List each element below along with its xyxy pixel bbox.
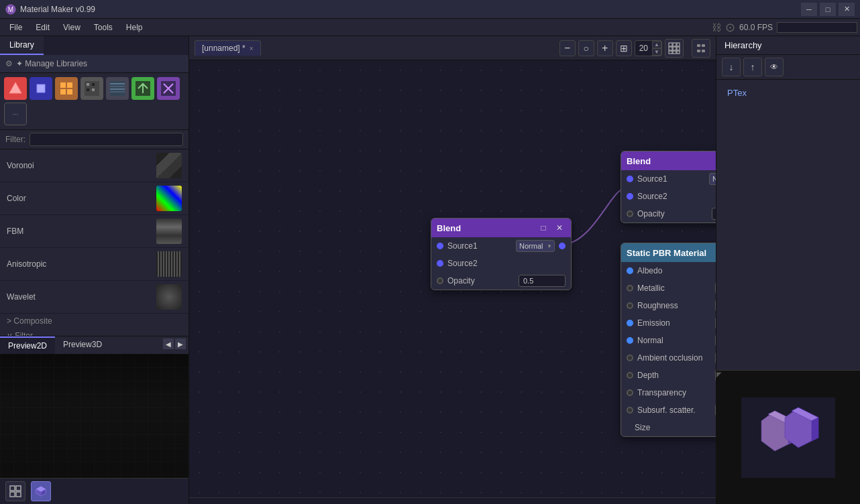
canvas-tab-name: [unnamed] * bbox=[202, 44, 246, 53]
svg-rect-28 bbox=[669, 43, 672, 46]
blend-node-1-source1-port-in[interactable] bbox=[437, 243, 443, 249]
pbr-ao-port[interactable] bbox=[627, 355, 633, 361]
blend-node-2-opacity-port[interactable] bbox=[627, 210, 633, 217]
canvas-tab-close-btn[interactable]: × bbox=[250, 45, 254, 52]
pbr-depth-input[interactable] bbox=[715, 369, 716, 381]
pbr-normal-input[interactable] bbox=[715, 334, 716, 346]
canvas-scroll[interactable] bbox=[189, 497, 716, 504]
manage-libraries-btn[interactable]: ⚙ ✦ Manage Libraries bbox=[0, 55, 189, 73]
preview-resize-handle[interactable]: ◤ bbox=[716, 371, 723, 377]
lib-icon-patterns[interactable] bbox=[55, 77, 78, 100]
blend-node-1-min-btn[interactable]: □ bbox=[537, 222, 549, 234]
library-item-anisotropic[interactable]: Anisotropic bbox=[0, 248, 189, 281]
library-item-wavelet[interactable]: Wavelet bbox=[0, 281, 189, 314]
lib-icon-filters[interactable] bbox=[106, 77, 129, 100]
lib-icon-noise[interactable] bbox=[80, 77, 103, 100]
pbr-roughness-row: Roughness bbox=[621, 297, 716, 314]
pbr-metallic-input[interactable] bbox=[715, 282, 716, 294]
zoom-out-btn[interactable]: − bbox=[559, 40, 576, 56]
zoom-in-btn[interactable]: + bbox=[597, 40, 613, 56]
pbr-subsurf-port[interactable] bbox=[627, 407, 633, 414]
zoom-value-up[interactable]: ▲ bbox=[652, 41, 661, 48]
hierarchy-item-ptex[interactable]: PTex bbox=[722, 85, 855, 101]
pbr-emission-input[interactable] bbox=[715, 317, 716, 329]
preview-prev-btn[interactable]: ◀ bbox=[163, 338, 174, 349]
library-list: Voronoi Color FBM Anisotropic Wavelet > … bbox=[0, 149, 189, 336]
menu-help[interactable]: Help bbox=[119, 21, 150, 34]
blend-node-1-source1-port-out[interactable] bbox=[559, 243, 566, 249]
zoom-reset-btn[interactable]: ○ bbox=[578, 40, 594, 56]
canvas-tab-unnamed[interactable]: [unnamed] * × bbox=[195, 40, 261, 56]
menu-file[interactable]: File bbox=[3, 21, 29, 34]
pbr-roughness-input[interactable] bbox=[715, 300, 716, 312]
menu-view[interactable]: View bbox=[56, 21, 87, 34]
blend-node-1-source2-port-in[interactable] bbox=[437, 260, 443, 267]
library-tab[interactable]: Library bbox=[0, 36, 44, 55]
hierarchy-tab-label: Hierarchy bbox=[724, 40, 762, 50]
pbr-normal-port[interactable] bbox=[627, 337, 633, 344]
zoom-value-down[interactable]: ▼ bbox=[652, 48, 661, 56]
blend-node-2-mode-select[interactable]: Normal bbox=[709, 173, 716, 185]
preview-toolbar bbox=[0, 478, 189, 504]
library-item-fbm[interactable]: FBM bbox=[0, 215, 189, 248]
maximize-button[interactable]: □ bbox=[820, 3, 836, 16]
blend-node-2-source1-label: Source1 bbox=[637, 174, 709, 184]
svg-rect-39 bbox=[697, 50, 700, 52]
pbr-emission-port[interactable] bbox=[627, 320, 633, 326]
lib-icon-transforms[interactable] bbox=[131, 77, 154, 100]
menu-edit[interactable]: Edit bbox=[29, 21, 56, 34]
pbr-depth-port[interactable] bbox=[627, 372, 633, 379]
svg-rect-21 bbox=[16, 486, 21, 491]
library-item-voronoi[interactable]: Voronoi bbox=[0, 149, 189, 182]
hierarchy-down-btn[interactable]: ↓ bbox=[722, 58, 741, 76]
hierarchy-content: PTex bbox=[716, 80, 860, 370]
pbr-roughness-port[interactable] bbox=[627, 302, 633, 309]
preview-next-btn[interactable]: ▶ bbox=[175, 338, 186, 349]
preview3d-tab[interactable]: Preview3D bbox=[55, 336, 110, 354]
svg-rect-30 bbox=[677, 43, 680, 46]
close-button[interactable]: ✕ bbox=[839, 3, 855, 16]
filter-input[interactable] bbox=[30, 133, 183, 146]
left-sidebar: Library ⚙ ✦ Manage Libraries bbox=[0, 36, 189, 504]
blend-node-2-opacity-input[interactable] bbox=[712, 208, 716, 220]
blend-node-2-source1-port-in[interactable] bbox=[627, 176, 633, 182]
cube-preview-btn[interactable] bbox=[31, 481, 51, 501]
svg-rect-22 bbox=[10, 492, 15, 497]
blend-node-1-mode-select[interactable]: Normal bbox=[516, 240, 555, 252]
grid-preview-btn[interactable] bbox=[5, 481, 25, 501]
library-item-name-voronoi: Voronoi bbox=[7, 161, 34, 170]
pbr-transparency-port[interactable] bbox=[627, 389, 633, 396]
lib-icon-misc[interactable] bbox=[157, 77, 180, 100]
hierarchy-eye-btn[interactable]: 👁 bbox=[765, 58, 784, 76]
canvas-viewport[interactable]: Blend □ ✕ Source1 Normal Sour bbox=[189, 60, 716, 497]
lib-icon-shapes[interactable] bbox=[4, 77, 27, 100]
library-group-composite[interactable]: > Composite bbox=[0, 314, 189, 328]
grid-toggle-btn[interactable] bbox=[665, 39, 684, 58]
zoom-value: 20 bbox=[635, 42, 652, 54]
blend-node-1-opacity-input[interactable] bbox=[519, 275, 566, 287]
preview-3d-canvas bbox=[716, 371, 860, 504]
svg-rect-38 bbox=[702, 44, 705, 47]
blend-node-1-opacity-port[interactable] bbox=[437, 277, 443, 284]
blend-node-1-close-btn[interactable]: ✕ bbox=[553, 222, 566, 234]
filter-row: Filter: bbox=[0, 130, 189, 149]
blend-node-1: Blend □ ✕ Source1 Normal Sour bbox=[431, 218, 572, 290]
hierarchy-toggle-btn[interactable] bbox=[692, 39, 710, 58]
library-item-color[interactable]: Color bbox=[0, 182, 189, 215]
pbr-subsurf-input[interactable] bbox=[715, 404, 716, 416]
hierarchy-up-btn[interactable]: ↑ bbox=[743, 58, 762, 76]
library-icon-bar: ··· bbox=[0, 73, 189, 130]
pbr-metallic-port[interactable] bbox=[627, 285, 633, 292]
pbr-albedo-port[interactable] bbox=[627, 267, 633, 274]
lib-icon-3d[interactable] bbox=[30, 77, 52, 100]
pbr-ao-input[interactable] bbox=[715, 352, 716, 364]
preview2d-tab[interactable]: Preview2D bbox=[0, 336, 55, 354]
library-group-filter[interactable]: ∨ Filter bbox=[0, 328, 189, 336]
blend-node-1-mode-wrapper: Normal bbox=[516, 240, 555, 252]
menu-tools[interactable]: Tools bbox=[87, 21, 119, 34]
pbr-roughness-label: Roughness bbox=[637, 301, 715, 310]
minimize-button[interactable]: ─ bbox=[801, 3, 817, 16]
lib-icon-more[interactable]: ··· bbox=[4, 103, 27, 125]
blend-node-2-source2-port-in[interactable] bbox=[627, 193, 633, 200]
arrange-btn[interactable]: ⊞ bbox=[616, 40, 632, 56]
